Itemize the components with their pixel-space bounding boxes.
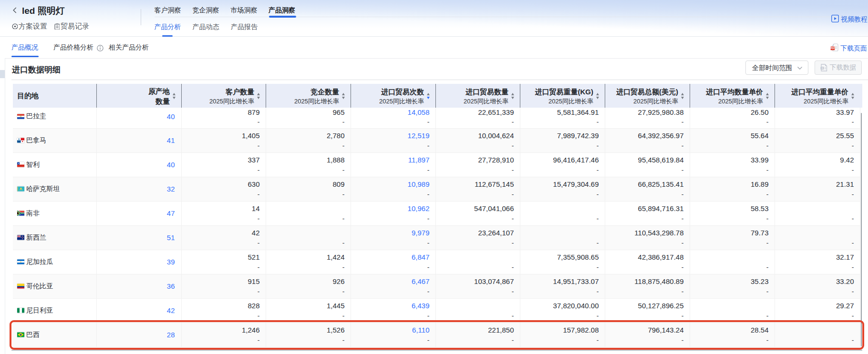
svg-text:PDF: PDF	[830, 47, 835, 50]
